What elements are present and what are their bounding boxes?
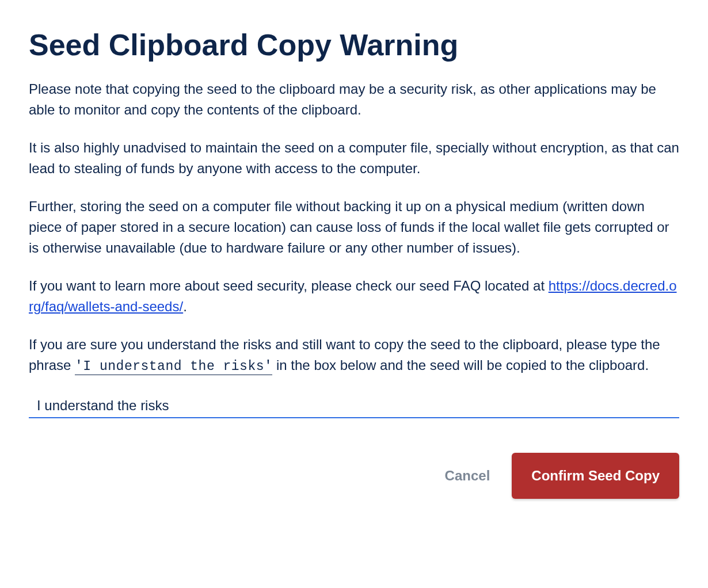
confirm-phrase-input[interactable]	[29, 394, 679, 418]
dialog-container: Seed Clipboard Copy Warning Please note …	[29, 29, 679, 499]
confirm-phrase: 'I understand the risks'	[75, 359, 272, 375]
warning-paragraph-1: Please note that copying the seed to the…	[29, 79, 679, 120]
confirm-instruction-paragraph: If you are sure you understand the risks…	[29, 334, 679, 377]
warning-paragraph-3: Further, storing the seed on a computer …	[29, 196, 679, 258]
confirm-seed-copy-button[interactable]: Confirm Seed Copy	[512, 453, 679, 499]
confirm-instruction-suffix: in the box below and the seed will be co…	[272, 357, 649, 373]
faq-paragraph: If you want to learn more about seed sec…	[29, 276, 679, 317]
warning-paragraph-2: It is also highly unadvised to maintain …	[29, 138, 679, 179]
dialog-button-row: Cancel Confirm Seed Copy	[29, 453, 679, 499]
faq-suffix-text: .	[183, 299, 187, 314]
confirm-input-row	[29, 394, 679, 418]
dialog-title: Seed Clipboard Copy Warning	[29, 29, 679, 62]
cancel-button[interactable]: Cancel	[443, 462, 493, 490]
faq-prefix-text: If you want to learn more about seed sec…	[29, 278, 549, 293]
